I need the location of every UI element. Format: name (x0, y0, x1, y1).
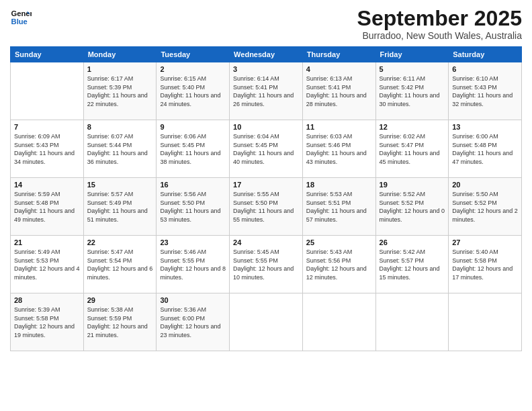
header-tuesday: Tuesday (157, 47, 230, 62)
day-number: 21 (14, 238, 80, 246)
day-info: Sunrise: 5:57 AM Sunset: 5:49 PM Dayligh… (87, 190, 153, 224)
day-cell-3-3: 16Sunrise: 5:56 AM Sunset: 5:50 PM Dayli… (157, 178, 230, 236)
day-number: 15 (87, 181, 153, 189)
day-info: Sunrise: 6:10 AM Sunset: 5:43 PM Dayligh… (452, 75, 518, 108)
day-cell-5-3: 30Sunrise: 5:36 AM Sunset: 6:00 PM Dayli… (157, 293, 230, 351)
week-row-3: 14Sunrise: 5:59 AM Sunset: 5:48 PM Dayli… (11, 178, 522, 236)
day-cell-4-2: 22Sunrise: 5:47 AM Sunset: 5:54 PM Dayli… (83, 236, 157, 293)
day-cell-2-2: 8Sunrise: 6:07 AM Sunset: 5:44 PM Daylig… (83, 120, 157, 178)
day-number: 23 (160, 238, 226, 246)
day-cell-2-5: 11Sunrise: 6:03 AM Sunset: 5:46 PM Dayli… (302, 120, 375, 178)
day-number: 17 (233, 181, 299, 189)
logo-icon: General Blue (10, 7, 32, 28)
header-monday: Monday (83, 47, 157, 62)
day-cell-4-1: 21Sunrise: 5:49 AM Sunset: 5:53 PM Dayli… (11, 236, 84, 293)
day-info: Sunrise: 6:09 AM Sunset: 5:43 PM Dayligh… (14, 132, 80, 166)
day-number: 24 (233, 238, 299, 246)
day-cell-1-4: 3Sunrise: 6:14 AM Sunset: 5:41 PM Daylig… (230, 62, 303, 120)
day-info: Sunrise: 5:53 AM Sunset: 5:51 PM Dayligh… (306, 190, 372, 224)
day-cell-5-7 (449, 293, 522, 351)
day-info: Sunrise: 5:36 AM Sunset: 6:00 PM Dayligh… (160, 306, 226, 339)
day-info: Sunrise: 5:46 AM Sunset: 5:55 PM Dayligh… (160, 248, 226, 281)
day-cell-2-7: 13Sunrise: 6:00 AM Sunset: 5:48 PM Dayli… (449, 120, 522, 178)
day-cell-5-4 (230, 293, 303, 351)
day-number: 16 (160, 181, 226, 189)
month-title: September 2025 (357, 7, 522, 30)
day-number: 30 (160, 296, 226, 304)
header: General Blue September 2025 Burradoo, Ne… (10, 7, 522, 41)
day-info: Sunrise: 5:45 AM Sunset: 5:55 PM Dayligh… (233, 248, 299, 281)
day-info: Sunrise: 5:42 AM Sunset: 5:57 PM Dayligh… (380, 248, 445, 281)
day-number: 12 (380, 123, 445, 131)
day-number: 20 (452, 181, 518, 189)
day-number: 25 (306, 238, 372, 246)
week-row-4: 21Sunrise: 5:49 AM Sunset: 5:53 PM Dayli… (11, 236, 522, 293)
logo: General Blue (10, 7, 32, 28)
day-number: 3 (233, 65, 299, 73)
day-number: 8 (87, 123, 153, 131)
location: Burradoo, New South Wales, Australia (357, 30, 522, 41)
day-number: 28 (14, 296, 80, 304)
day-number: 7 (14, 123, 80, 131)
header-wednesday: Wednesday (230, 47, 303, 62)
day-info: Sunrise: 6:11 AM Sunset: 5:42 PM Dayligh… (380, 75, 445, 108)
day-info: Sunrise: 5:43 AM Sunset: 5:56 PM Dayligh… (306, 248, 372, 281)
day-info: Sunrise: 5:38 AM Sunset: 5:59 PM Dayligh… (87, 306, 153, 339)
day-cell-2-4: 10Sunrise: 6:04 AM Sunset: 5:45 PM Dayli… (230, 120, 303, 178)
calendar: Sunday Monday Tuesday Wednesday Thursday… (10, 46, 522, 351)
day-cell-1-2: 1Sunrise: 6:17 AM Sunset: 5:39 PM Daylig… (83, 62, 157, 120)
header-thursday: Thursday (302, 47, 375, 62)
day-info: Sunrise: 5:40 AM Sunset: 5:58 PM Dayligh… (452, 248, 518, 281)
day-info: Sunrise: 6:04 AM Sunset: 5:45 PM Dayligh… (233, 132, 299, 166)
header-friday: Friday (375, 47, 449, 62)
day-number: 4 (306, 65, 372, 73)
day-info: Sunrise: 6:15 AM Sunset: 5:40 PM Dayligh… (160, 75, 226, 108)
day-number: 14 (14, 181, 80, 189)
day-number: 26 (380, 238, 445, 246)
day-info: Sunrise: 5:50 AM Sunset: 5:52 PM Dayligh… (452, 190, 518, 224)
day-cell-3-5: 18Sunrise: 5:53 AM Sunset: 5:51 PM Dayli… (302, 178, 375, 236)
day-info: Sunrise: 6:06 AM Sunset: 5:45 PM Dayligh… (160, 132, 226, 166)
day-cell-1-5: 4Sunrise: 6:13 AM Sunset: 5:41 PM Daylig… (302, 62, 375, 120)
day-info: Sunrise: 6:03 AM Sunset: 5:46 PM Dayligh… (306, 132, 372, 166)
day-info: Sunrise: 5:56 AM Sunset: 5:50 PM Dayligh… (160, 190, 226, 224)
day-cell-4-5: 25Sunrise: 5:43 AM Sunset: 5:56 PM Dayli… (302, 236, 375, 293)
day-cell-1-3: 2Sunrise: 6:15 AM Sunset: 5:40 PM Daylig… (157, 62, 230, 120)
day-number: 9 (160, 123, 226, 131)
day-info: Sunrise: 6:17 AM Sunset: 5:39 PM Dayligh… (87, 75, 153, 108)
day-number: 13 (452, 123, 518, 131)
day-number: 19 (380, 181, 445, 189)
week-row-1: 1Sunrise: 6:17 AM Sunset: 5:39 PM Daylig… (11, 62, 522, 120)
day-cell-5-1: 28Sunrise: 5:39 AM Sunset: 5:58 PM Dayli… (11, 293, 84, 351)
day-cell-1-6: 5Sunrise: 6:11 AM Sunset: 5:42 PM Daylig… (375, 62, 449, 120)
day-cell-4-3: 23Sunrise: 5:46 AM Sunset: 5:55 PM Dayli… (157, 236, 230, 293)
day-cell-1-1 (11, 62, 84, 120)
day-cell-1-7: 6Sunrise: 6:10 AM Sunset: 5:43 PM Daylig… (449, 62, 522, 120)
day-cell-5-5 (302, 293, 375, 351)
day-cell-2-1: 7Sunrise: 6:09 AM Sunset: 5:43 PM Daylig… (11, 120, 84, 178)
day-cell-3-1: 14Sunrise: 5:59 AM Sunset: 5:48 PM Dayli… (11, 178, 84, 236)
day-info: Sunrise: 5:52 AM Sunset: 5:52 PM Dayligh… (380, 190, 445, 224)
day-cell-2-6: 12Sunrise: 6:02 AM Sunset: 5:47 PM Dayli… (375, 120, 449, 178)
title-section: September 2025 Burradoo, New South Wales… (357, 7, 522, 41)
day-cell-5-6 (375, 293, 449, 351)
day-header-row: Sunday Monday Tuesday Wednesday Thursday… (11, 47, 522, 62)
day-info: Sunrise: 6:00 AM Sunset: 5:48 PM Dayligh… (452, 132, 518, 166)
calendar-header: Sunday Monday Tuesday Wednesday Thursday… (11, 47, 522, 62)
day-number: 2 (160, 65, 226, 73)
day-cell-5-2: 29Sunrise: 5:38 AM Sunset: 5:59 PM Dayli… (83, 293, 157, 351)
day-info: Sunrise: 6:07 AM Sunset: 5:44 PM Dayligh… (87, 132, 153, 166)
day-number: 22 (87, 238, 153, 246)
day-cell-4-7: 27Sunrise: 5:40 AM Sunset: 5:58 PM Dayli… (449, 236, 522, 293)
day-info: Sunrise: 6:13 AM Sunset: 5:41 PM Dayligh… (306, 75, 372, 108)
week-row-5: 28Sunrise: 5:39 AM Sunset: 5:58 PM Dayli… (11, 293, 522, 351)
day-info: Sunrise: 5:49 AM Sunset: 5:53 PM Dayligh… (14, 248, 80, 281)
page: General Blue September 2025 Burradoo, Ne… (0, 0, 532, 411)
day-info: Sunrise: 6:14 AM Sunset: 5:41 PM Dayligh… (233, 75, 299, 108)
header-saturday: Saturday (449, 47, 522, 62)
day-info: Sunrise: 5:47 AM Sunset: 5:54 PM Dayligh… (87, 248, 153, 281)
day-cell-3-2: 15Sunrise: 5:57 AM Sunset: 5:49 PM Dayli… (83, 178, 157, 236)
day-info: Sunrise: 5:59 AM Sunset: 5:48 PM Dayligh… (14, 190, 80, 224)
svg-text:Blue: Blue (11, 17, 28, 26)
day-number: 11 (306, 123, 372, 131)
